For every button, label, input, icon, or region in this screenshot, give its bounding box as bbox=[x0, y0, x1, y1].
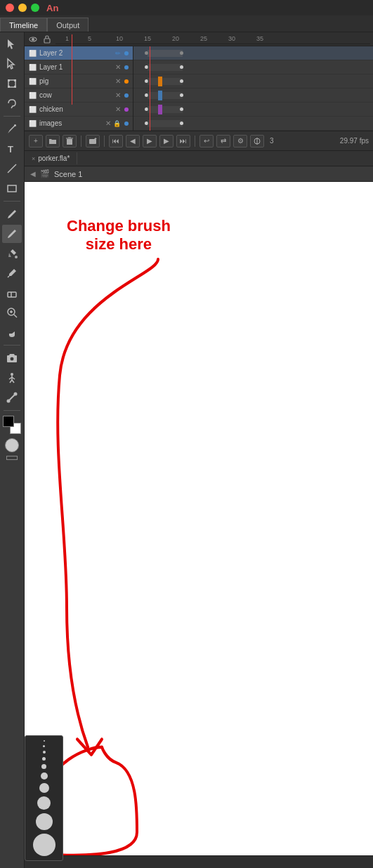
timeline-header: 1 5 10 15 20 25 30 35 bbox=[25, 32, 373, 46]
cow-icon: ⬜ bbox=[27, 91, 37, 100]
scene-breadcrumb: ◀ 🎬 Scene 1 bbox=[25, 166, 373, 182]
file-tab-name: porker.fla* bbox=[38, 154, 70, 162]
snap-btn[interactable] bbox=[250, 135, 264, 147]
play-btn[interactable]: ▶ bbox=[143, 135, 157, 147]
tool-zoom[interactable] bbox=[2, 303, 22, 322]
frame-num-20: 20 bbox=[172, 35, 179, 42]
tool-lasso[interactable] bbox=[2, 94, 22, 112]
layer1-x: ✕ bbox=[115, 63, 121, 71]
tool-line[interactable] bbox=[2, 159, 22, 178]
tool-brush[interactable] bbox=[2, 225, 22, 243]
tool-pencil[interactable] bbox=[2, 205, 22, 223]
fps-display: 29.97 fps bbox=[340, 137, 369, 145]
brush-size-10[interactable] bbox=[33, 834, 55, 856]
layer2-name: Layer 2 bbox=[39, 49, 113, 57]
layer1-name: Layer 1 bbox=[39, 63, 113, 71]
stroke-color[interactable] bbox=[5, 438, 19, 452]
delete-layer-button[interactable] bbox=[63, 135, 77, 147]
file-tab-close[interactable]: × bbox=[32, 155, 35, 162]
brush-size-8[interactable] bbox=[37, 796, 51, 810]
next-frame-btn[interactable]: ▶ bbox=[159, 135, 174, 147]
layer-row-pig[interactable]: ⬜ pig ✕ bbox=[25, 74, 133, 88]
brush-size-4[interactable] bbox=[42, 757, 46, 761]
right-content: 1 5 10 15 20 25 30 35 ⬜ bbox=[25, 32, 373, 868]
tool-camera[interactable] bbox=[2, 349, 22, 367]
frame-bar-layer2 bbox=[148, 50, 183, 57]
layer-row-cow[interactable]: ⬜ cow ✕ bbox=[25, 88, 133, 103]
tool-rect[interactable] bbox=[2, 179, 22, 197]
tool-eraser[interactable] bbox=[2, 284, 22, 302]
tool-text[interactable]: T bbox=[2, 140, 22, 158]
images-lock-icon: 🔒 bbox=[113, 120, 121, 127]
tool-paint-bucket[interactable] bbox=[2, 244, 22, 263]
layer1-dot bbox=[124, 65, 129, 70]
prev-frame-btn[interactable]: ◀ bbox=[126, 135, 140, 147]
settings-btn[interactable]: ⚙ bbox=[233, 135, 247, 147]
layer-row-layer1[interactable]: ⬜ Layer 1 ✕ bbox=[25, 60, 133, 74]
frame-row-layer2 bbox=[133, 46, 373, 60]
tool-hand[interactable] bbox=[2, 323, 22, 341]
tool-eyedropper[interactable] bbox=[2, 264, 22, 282]
tool-pen[interactable] bbox=[2, 120, 22, 138]
maximize-button[interactable] bbox=[31, 4, 39, 12]
brush-size-3[interactable] bbox=[43, 751, 46, 754]
tab-output[interactable]: Output bbox=[47, 18, 89, 32]
images-x: ✕ bbox=[105, 119, 111, 127]
tool-puppet[interactable] bbox=[2, 369, 22, 387]
frame-row-cow bbox=[133, 88, 373, 103]
pig-x: ✕ bbox=[115, 77, 121, 85]
brush-size-5[interactable] bbox=[41, 764, 46, 769]
keyframe-pig-end bbox=[180, 79, 183, 83]
close-button[interactable] bbox=[6, 4, 14, 12]
annotation-text: Change brush size here bbox=[67, 217, 171, 254]
camera-btn[interactable] bbox=[86, 135, 100, 147]
frame-num-1: 1 bbox=[65, 35, 69, 42]
brush-size-7[interactable] bbox=[39, 783, 49, 793]
brush-size-2[interactable] bbox=[43, 745, 45, 747]
file-tab-porker[interactable]: × porker.fla* bbox=[25, 152, 77, 164]
goto-end-btn[interactable]: ⏭ bbox=[176, 135, 190, 147]
svg-point-20 bbox=[10, 357, 14, 361]
tool-subselect[interactable] bbox=[2, 55, 22, 73]
tab-timeline[interactable]: Timeline bbox=[0, 18, 47, 32]
sync-btn[interactable]: ⇄ bbox=[216, 135, 230, 147]
layer-row-layer2[interactable]: ⬜ Layer 2 ✏ bbox=[25, 46, 133, 60]
cow-name: cow bbox=[39, 91, 113, 99]
loop-btn[interactable]: ↩ bbox=[199, 135, 214, 147]
chicken-icon: ⬜ bbox=[27, 105, 37, 114]
frame-num-35: 35 bbox=[256, 35, 263, 42]
toolbar-separator-4 bbox=[4, 410, 20, 411]
chicken-color-bar bbox=[158, 105, 162, 114]
minimize-button[interactable] bbox=[18, 4, 27, 12]
svg-point-32 bbox=[32, 38, 34, 40]
brush-size-9[interactable] bbox=[36, 813, 53, 830]
svg-marker-0 bbox=[8, 39, 14, 49]
toolbar-separator-2 bbox=[4, 201, 20, 202]
color-swatches[interactable] bbox=[3, 416, 21, 434]
frame-row-images bbox=[133, 117, 373, 131]
new-layer-button[interactable]: + bbox=[29, 135, 43, 147]
brush-size-popup bbox=[25, 735, 63, 861]
frame-num-15: 15 bbox=[144, 35, 151, 42]
svg-marker-38 bbox=[94, 138, 97, 139]
layer-row-chicken[interactable]: ⬜ chicken ✕ bbox=[25, 103, 133, 117]
svg-rect-10 bbox=[8, 185, 16, 192]
frame-num-10: 10 bbox=[116, 35, 123, 42]
pig-icon: ⬜ bbox=[27, 77, 37, 86]
svg-marker-21 bbox=[9, 354, 15, 355]
svg-marker-1 bbox=[8, 59, 14, 69]
goto-start-btn[interactable]: ⏮ bbox=[109, 135, 123, 147]
file-tab-area: × porker.fla* bbox=[25, 151, 373, 166]
new-folder-button[interactable] bbox=[46, 135, 60, 147]
layer-row-images[interactable]: ⬜ images ✕ 🔒 bbox=[25, 117, 133, 131]
brush-size-6[interactable] bbox=[41, 772, 48, 780]
tool-transform[interactable] bbox=[2, 74, 22, 93]
svg-point-29 bbox=[7, 400, 11, 403]
brush-size-1[interactable] bbox=[44, 740, 45, 742]
tool-select[interactable] bbox=[2, 35, 22, 53]
breadcrumb-back-arrow[interactable]: ◀ bbox=[30, 170, 36, 178]
tool-bone[interactable] bbox=[2, 388, 22, 407]
no-color[interactable] bbox=[6, 456, 18, 460]
foreground-color-swatch[interactable] bbox=[3, 416, 14, 427]
playhead bbox=[72, 34, 72, 105]
